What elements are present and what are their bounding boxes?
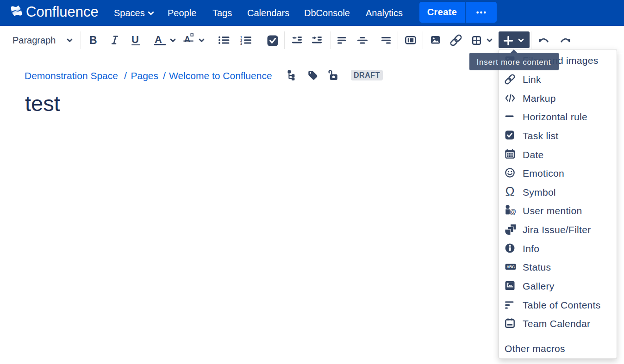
svg-text:A: A <box>184 35 190 44</box>
svg-text:1: 1 <box>240 36 242 39</box>
svg-text:3: 3 <box>240 42 242 45</box>
svg-text:Ω: Ω <box>505 186 514 197</box>
svg-text:@: @ <box>509 208 516 215</box>
svg-text:ABC: ABC <box>506 265 515 269</box>
